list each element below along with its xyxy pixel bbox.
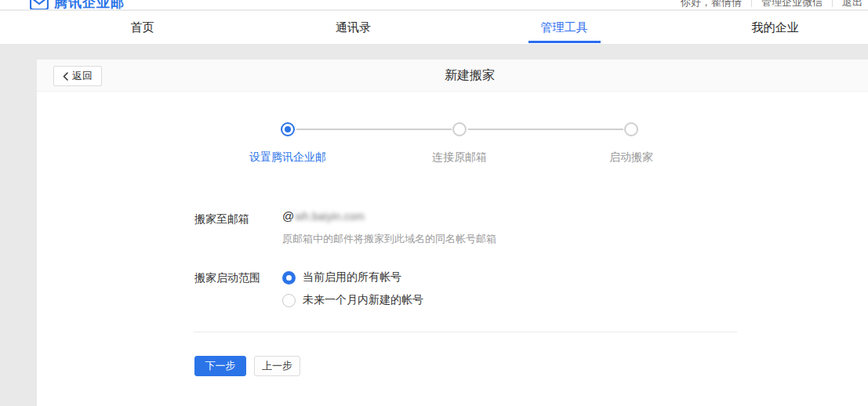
tab-home-label: 首页 [131,20,154,35]
next-step-button[interactable]: 下一步 [194,356,246,376]
step1-label: 设置腾讯企业邮 [249,150,326,165]
tab-admin-tools-label: 管理工具 [541,20,588,35]
logout-link[interactable]: 退出 [842,0,863,9]
form-divider [194,332,737,332]
card-header: 返回 新建搬家 [37,60,868,92]
scope-option-label: 未来一个月内新建的帐号 [303,293,423,307]
main-nav: 首页 通讯录 管理工具 我的企业 [0,10,868,44]
exmail-admin-page: { "accent": "#2b74e8", "topbar": { "logo… [0,0,868,406]
wizard-content: 设置腾讯企业邮 连接原邮箱 启动搬家 搬家至邮箱 @ wh.baiyin.com… [37,92,868,406]
tab-contacts-label: 通讯录 [336,20,371,35]
radio-unselected-icon[interactable] [282,294,296,307]
migration-card: 返回 新建搬家 设置腾讯企业邮 连接原邮箱 启动搬家 搬家至邮箱 @ wh.ba… [37,60,868,406]
target-mailbox-label: 搬家至邮箱 [194,212,249,227]
redacted-domain: wh.baiyin.com [295,210,365,223]
separator [751,0,752,7]
target-mailbox-hint: 原邮箱中的邮件将搬家到此域名的同名帐号邮箱 [282,232,496,246]
manage-wecom-link[interactable]: 管理企业微信 [761,0,823,9]
logo-text: 腾讯企业邮 [54,0,125,9]
tab-contacts[interactable]: 通讯录 [248,11,459,45]
tab-home[interactable]: 首页 [37,11,248,45]
nav-tabs: 首页 通讯录 管理工具 我的企业 [37,11,868,45]
tab-admin-tools[interactable]: 管理工具 [459,11,670,45]
step-connector [468,129,623,130]
radio-selected-icon[interactable] [282,271,296,285]
scope-option-future-accounts[interactable]: 未来一个月内新建的帐号 [282,293,423,307]
topbar-inner: 腾讯企业邮 你好，翟倩倩 管理企业微信 退出 [0,0,868,9]
back-button[interactable]: 返回 [53,66,102,86]
scope-option-label: 当前启用的所有帐号 [303,270,401,285]
step1-indicator [281,122,295,136]
scope-label: 搬家启动范围 [194,271,260,285]
active-tab-underline [528,41,601,43]
topbar: 腾讯企业邮 你好，翟倩倩 管理企业微信 退出 [0,0,868,9]
scope-option-all-accounts[interactable]: 当前启用的所有帐号 [282,270,401,285]
back-button-label: 返回 [72,69,93,83]
prev-step-button[interactable]: 上一步 [254,356,300,376]
tab-my-company[interactable]: 我的企业 [670,11,868,45]
chevron-left-icon [63,72,68,81]
greeting-text: 你好，翟倩倩 [681,0,742,9]
at-symbol: @ [282,209,294,223]
topbar-links: 你好，翟倩倩 管理企业微信 退出 [681,0,863,9]
step2-label: 连接原邮箱 [432,150,487,165]
step-connector [296,129,452,130]
exmail-logo-icon [30,0,49,9]
step3-label: 启动搬家 [609,150,653,165]
tab-my-company-label: 我的企业 [752,20,799,35]
separator [832,0,833,7]
step2-indicator [452,122,467,136]
page-title: 新建搬家 [445,60,495,92]
exmail-logo[interactable]: 腾讯企业邮 [30,0,125,9]
target-mailbox-value: @ wh.baiyin.com [282,209,365,223]
step3-indicator [624,122,638,136]
